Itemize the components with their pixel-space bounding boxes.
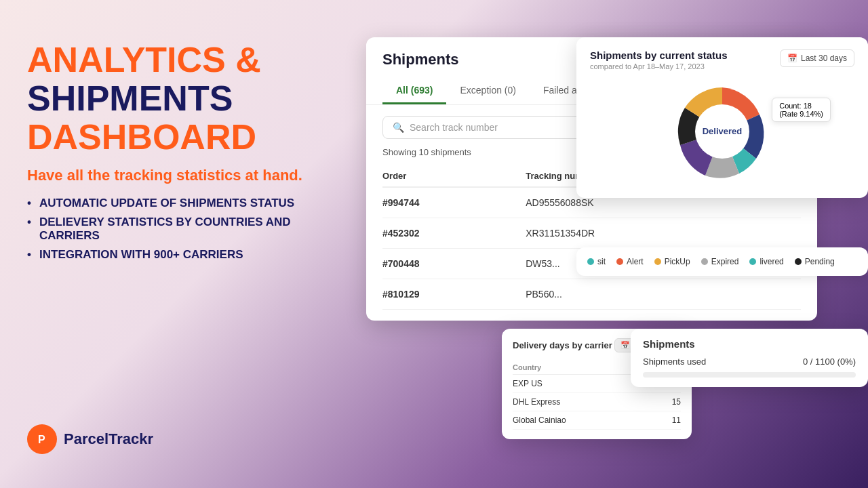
donut-area: Delivered Count: 18 (Rate 9.14%) xyxy=(590,77,854,186)
legend-pickup: PickUp xyxy=(654,257,690,266)
legend-delivered: livered xyxy=(749,257,783,266)
search-bar[interactable]: 🔍 Search track number xyxy=(382,116,586,139)
progress-bar-bg xyxy=(643,372,856,378)
logo-icon: P xyxy=(27,424,57,454)
table-row[interactable]: #452302 XR31151354DR xyxy=(382,218,801,249)
search-icon: 🔍 xyxy=(393,122,404,133)
chart-title-area: Shipments by current status compared to … xyxy=(590,49,728,70)
legend-label-delivered: livered xyxy=(760,257,783,266)
col-order: Order xyxy=(382,165,526,187)
chart-subtitle: compared to Apr 18–May 17, 2023 xyxy=(590,62,728,70)
legend-pending: Pending xyxy=(795,257,835,266)
legend-items: sit Alert PickUp Expired livered Pending xyxy=(587,257,857,266)
legend-dot-pickup xyxy=(654,258,661,265)
title-line3: DASHBOARD xyxy=(27,118,339,157)
bullet-1: AUTOMATIC UPDATE OF SHIPMENTS STATUS xyxy=(27,197,339,210)
logo-text: ParcelTrackr xyxy=(64,430,153,448)
delivery-title: Delivery days by carrier xyxy=(513,340,612,350)
bullet-2: DELIEVERY STATISTICS BY COUNTRIES AND CA… xyxy=(27,216,339,243)
tracking-4: PB560... xyxy=(526,279,801,310)
shipments-used-title: Shipments xyxy=(643,338,856,350)
legend-expired: Expired xyxy=(701,257,739,266)
legend-label-alert: Alert xyxy=(627,257,644,266)
title-analytics: ANALYTICS & xyxy=(27,40,261,79)
subtitle-prefix: Have all the xyxy=(27,167,114,184)
legend-label-pickup: PickUp xyxy=(665,257,690,266)
tracking-2: XR31151354DR xyxy=(526,218,801,249)
legend-dot-sit xyxy=(587,258,594,265)
used-value: 0 / 1100 (0%) xyxy=(803,357,856,367)
svg-text:Delivered: Delivered xyxy=(703,126,743,136)
days-2: 15 xyxy=(639,393,681,411)
calendar-icon: 📅 xyxy=(787,54,797,63)
donut-chart: Delivered Count: 18 (Rate 9.14%) xyxy=(668,77,776,186)
col-country: Country xyxy=(513,361,639,375)
title-line2: SHIPMENTS xyxy=(27,79,339,118)
status-chart-panel: Shipments by current status compared to … xyxy=(576,37,868,198)
used-row: Shipments used 0 / 1100 (0%) xyxy=(643,357,856,367)
tooltip-rate: (Rate 9.14%) xyxy=(779,110,823,118)
delivery-row: DHL Express 15 xyxy=(513,393,681,411)
legend-label-pending: Pending xyxy=(805,257,835,266)
calendar-icon-small: 📅 xyxy=(620,341,630,350)
chart-header: Shipments by current status compared to … xyxy=(590,49,854,70)
date-range-button[interactable]: 📅 Last 30 days xyxy=(780,49,854,67)
legend-dot-delivered xyxy=(749,258,756,265)
order-1: #994744 xyxy=(382,187,526,218)
tab-all[interactable]: All (693) xyxy=(382,78,446,104)
tooltip-count: Count: 18 xyxy=(779,102,823,110)
chart-tooltip: Count: 18 (Rate 9.14%) xyxy=(772,98,831,122)
dashboard-area: Shipments All (693) Exception (0) Failed… xyxy=(366,37,868,485)
legend-area: sit Alert PickUp Expired livered Pending xyxy=(576,247,868,276)
order-4: #810129 xyxy=(382,279,526,310)
used-label: Shipments used xyxy=(643,357,706,367)
legend-sit: sit xyxy=(587,257,606,266)
order-2: #452302 xyxy=(382,218,526,249)
tab-exception[interactable]: Exception (0) xyxy=(446,78,529,104)
bullet-3: INTEGRATION WITH 900+ CARRIERS xyxy=(27,248,339,262)
carrier-2: DHL Express xyxy=(513,393,639,411)
days-3: 11 xyxy=(639,411,681,430)
delivery-row: Global Cainiao 11 xyxy=(513,411,681,430)
legend-dot-pending xyxy=(795,258,802,265)
search-placeholder: Search track number xyxy=(410,122,498,133)
carrier-3: Global Cainiao xyxy=(513,411,639,430)
bullet-list: AUTOMATIC UPDATE OF SHIPMENTS STATUS DEL… xyxy=(27,197,339,262)
chart-title: Shipments by current status xyxy=(590,49,728,61)
title-line1: ANALYTICS & xyxy=(27,41,339,79)
carrier-1: EXP US xyxy=(513,375,639,393)
shipments-used-panel: Shipments Shipments used 0 / 1100 (0%) xyxy=(631,329,868,387)
legend-alert: Alert xyxy=(616,257,644,266)
svg-text:P: P xyxy=(38,434,45,445)
order-3: #700448 xyxy=(382,249,526,279)
date-btn-label: Last 30 days xyxy=(801,54,847,63)
legend-label-expired: Expired xyxy=(711,257,739,266)
subtitle-highlight: tracking statistics xyxy=(114,167,241,184)
subtitle: Have all the tracking statistics at hand… xyxy=(27,167,339,184)
legend-dot-alert xyxy=(616,258,623,265)
table-row[interactable]: #810129 PB560... xyxy=(382,279,801,310)
legend-dot-expired xyxy=(701,258,708,265)
legend-label-sit: sit xyxy=(597,257,606,266)
subtitle-suffix: at hand. xyxy=(241,167,302,184)
logo-area: P ParcelTrackr xyxy=(27,424,153,454)
left-panel: ANALYTICS & SHIPMENTS DASHBOARD Have all… xyxy=(27,41,339,267)
